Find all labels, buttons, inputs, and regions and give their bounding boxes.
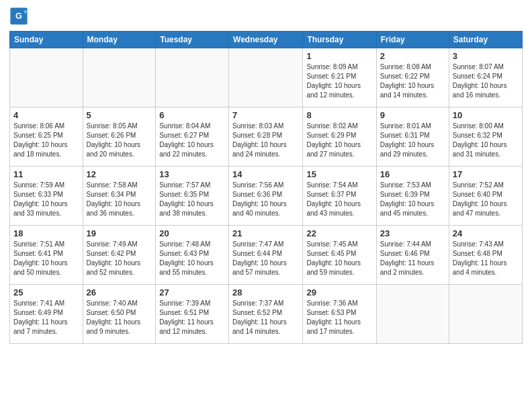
day-header-tuesday: Tuesday [156,32,229,48]
day-info: Sunrise: 8:05 AM Sunset: 6:26 PM Dayligh… [87,122,152,159]
day-number: 2 [380,51,445,61]
day-number: 14 [232,169,299,179]
day-header-monday: Monday [83,32,156,48]
day-number: 20 [159,228,225,238]
day-info: Sunrise: 8:07 AM Sunset: 6:24 PM Dayligh… [453,62,519,100]
calendar-cell: 19Sunrise: 7:49 AM Sunset: 6:42 PM Dayli… [83,226,156,285]
calendar-cell: 12Sunrise: 7:58 AM Sunset: 6:34 PM Dayli… [83,167,156,226]
day-number: 9 [380,110,445,120]
calendar-cell [156,48,229,107]
day-info: Sunrise: 7:59 AM Sunset: 6:33 PM Dayligh… [13,181,79,218]
calendar-cell [449,285,522,344]
day-info: Sunrise: 7:48 AM Sunset: 6:43 PM Dayligh… [159,240,225,277]
day-number: 7 [232,110,299,120]
svg-text:G: G [15,11,22,21]
calendar-cell: 20Sunrise: 7:48 AM Sunset: 6:43 PM Dayli… [156,226,229,285]
day-info: Sunrise: 8:08 AM Sunset: 6:22 PM Dayligh… [380,62,445,100]
day-number: 12 [87,169,152,179]
day-info: Sunrise: 8:04 AM Sunset: 6:27 PM Dayligh… [159,122,225,159]
day-number: 23 [380,228,445,238]
day-info: Sunrise: 7:45 AM Sunset: 6:45 PM Dayligh… [306,240,372,277]
day-number: 21 [232,228,299,238]
day-number: 11 [13,169,79,179]
calendar-cell: 9Sunrise: 8:01 AM Sunset: 6:31 PM Daylig… [376,107,449,167]
day-info: Sunrise: 7:47 AM Sunset: 6:44 PM Dayligh… [232,240,299,277]
day-number: 25 [13,287,79,298]
calendar-cell: 1Sunrise: 8:09 AM Sunset: 6:21 PM Daylig… [303,48,376,107]
day-info: Sunrise: 7:44 AM Sunset: 6:46 PM Dayligh… [380,240,445,277]
calendar-week-row: 18Sunrise: 7:51 AM Sunset: 6:41 PM Dayli… [10,226,523,285]
calendar-cell: 8Sunrise: 8:02 AM Sunset: 6:29 PM Daylig… [303,107,376,167]
day-header-wednesday: Wednesday [229,32,303,48]
day-number: 26 [87,287,152,298]
day-number: 8 [306,110,372,120]
day-number: 5 [87,110,152,120]
day-number: 1 [306,51,372,61]
day-number: 24 [453,228,519,238]
day-info: Sunrise: 7:36 AM Sunset: 6:53 PM Dayligh… [306,299,372,336]
day-number: 15 [306,169,372,179]
day-number: 10 [453,110,519,120]
calendar-cell [376,285,449,344]
day-info: Sunrise: 8:02 AM Sunset: 6:29 PM Dayligh… [306,122,372,159]
calendar-cell: 10Sunrise: 8:00 AM Sunset: 6:32 PM Dayli… [449,107,522,167]
day-number: 3 [453,51,519,61]
day-info: Sunrise: 8:00 AM Sunset: 6:32 PM Dayligh… [453,122,519,159]
calendar-week-row: 1Sunrise: 8:09 AM Sunset: 6:21 PM Daylig… [10,48,523,107]
day-header-sunday: Sunday [10,32,83,48]
calendar-cell: 2Sunrise: 8:08 AM Sunset: 6:22 PM Daylig… [376,48,449,107]
day-number: 22 [306,228,372,238]
calendar-cell: 3Sunrise: 8:07 AM Sunset: 6:24 PM Daylig… [449,48,522,107]
day-info: Sunrise: 7:54 AM Sunset: 6:37 PM Dayligh… [306,181,372,218]
calendar-cell: 25Sunrise: 7:41 AM Sunset: 6:49 PM Dayli… [10,285,83,344]
day-info: Sunrise: 7:40 AM Sunset: 6:50 PM Dayligh… [87,299,152,336]
calendar-cell: 6Sunrise: 8:04 AM Sunset: 6:27 PM Daylig… [156,107,229,167]
day-header-friday: Friday [376,32,449,48]
day-info: Sunrise: 8:03 AM Sunset: 6:28 PM Dayligh… [232,122,299,159]
day-number: 29 [306,287,372,298]
day-info: Sunrise: 7:53 AM Sunset: 6:39 PM Dayligh… [380,181,445,218]
calendar-cell: 15Sunrise: 7:54 AM Sunset: 6:37 PM Dayli… [303,167,376,226]
calendar-cell: 28Sunrise: 7:37 AM Sunset: 6:52 PM Dayli… [229,285,303,344]
calendar-cell: 21Sunrise: 7:47 AM Sunset: 6:44 PM Dayli… [229,226,303,285]
day-number: 16 [380,169,445,179]
day-number: 28 [232,287,299,298]
day-info: Sunrise: 7:51 AM Sunset: 6:41 PM Dayligh… [13,240,79,277]
day-info: Sunrise: 7:57 AM Sunset: 6:35 PM Dayligh… [159,181,225,218]
calendar-cell: 23Sunrise: 7:44 AM Sunset: 6:46 PM Dayli… [376,226,449,285]
logo: G [9,7,31,26]
calendar-week-row: 25Sunrise: 7:41 AM Sunset: 6:49 PM Dayli… [10,285,523,344]
day-header-thursday: Thursday [303,32,376,48]
day-number: 6 [159,110,225,120]
day-header-saturday: Saturday [449,32,522,48]
day-number: 13 [159,169,225,179]
day-info: Sunrise: 7:43 AM Sunset: 6:48 PM Dayligh… [453,240,519,277]
calendar-cell: 29Sunrise: 7:36 AM Sunset: 6:53 PM Dayli… [303,285,376,344]
calendar-cell: 11Sunrise: 7:59 AM Sunset: 6:33 PM Dayli… [10,167,83,226]
day-info: Sunrise: 7:49 AM Sunset: 6:42 PM Dayligh… [87,240,152,277]
header: G [9,7,523,26]
calendar-week-row: 4Sunrise: 8:06 AM Sunset: 6:25 PM Daylig… [10,107,523,167]
day-info: Sunrise: 8:06 AM Sunset: 6:25 PM Dayligh… [13,122,79,159]
page-container: G SundayMondayTuesdayWednesdayThursdayFr… [0,0,532,411]
day-number: 27 [159,287,225,298]
calendar-cell: 13Sunrise: 7:57 AM Sunset: 6:35 PM Dayli… [156,167,229,226]
day-number: 18 [13,228,79,238]
calendar-cell: 24Sunrise: 7:43 AM Sunset: 6:48 PM Dayli… [449,226,522,285]
calendar-cell [229,48,303,107]
calendar-cell [10,48,83,107]
calendar-cell: 26Sunrise: 7:40 AM Sunset: 6:50 PM Dayli… [83,285,156,344]
calendar-cell [83,48,156,107]
calendar-week-row: 11Sunrise: 7:59 AM Sunset: 6:33 PM Dayli… [10,167,523,226]
calendar-cell: 22Sunrise: 7:45 AM Sunset: 6:45 PM Dayli… [303,226,376,285]
day-info: Sunrise: 7:37 AM Sunset: 6:52 PM Dayligh… [232,299,299,336]
day-info: Sunrise: 7:39 AM Sunset: 6:51 PM Dayligh… [159,299,225,336]
day-number: 4 [13,110,79,120]
calendar-table: SundayMondayTuesdayWednesdayThursdayFrid… [9,31,523,344]
day-info: Sunrise: 7:56 AM Sunset: 6:36 PM Dayligh… [232,181,299,218]
day-info: Sunrise: 7:58 AM Sunset: 6:34 PM Dayligh… [87,181,152,218]
calendar-cell: 17Sunrise: 7:52 AM Sunset: 6:40 PM Dayli… [449,167,522,226]
day-number: 17 [453,169,519,179]
calendar-cell: 4Sunrise: 8:06 AM Sunset: 6:25 PM Daylig… [10,107,83,167]
calendar-cell: 7Sunrise: 8:03 AM Sunset: 6:28 PM Daylig… [229,107,303,167]
